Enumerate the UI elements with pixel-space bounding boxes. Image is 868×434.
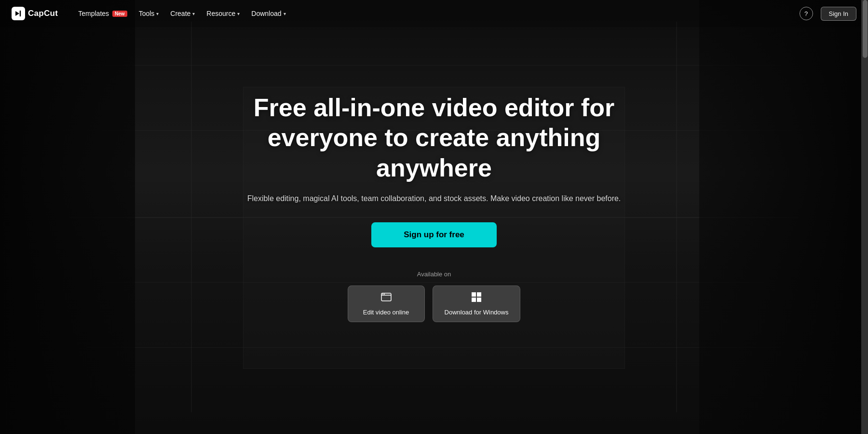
platform-buttons: Edit video online Download for Windows xyxy=(227,285,641,322)
navbar: CapCut Templates New Tools ▾ Create ▾ Re… xyxy=(0,0,868,27)
svg-rect-9 xyxy=(477,298,481,302)
nav-item-create[interactable]: Create ▾ xyxy=(165,7,200,20)
nav-label-templates: Templates xyxy=(78,10,109,17)
question-mark-icon: ? xyxy=(804,10,808,17)
nav-label-resource: Resource xyxy=(206,10,235,17)
available-on-text: Available on xyxy=(227,271,641,278)
signin-button[interactable]: Sign In xyxy=(821,7,856,21)
nav-item-tools[interactable]: Tools ▾ xyxy=(134,7,164,20)
platform-button-windows[interactable]: Download for Windows xyxy=(433,285,521,322)
svg-point-5 xyxy=(384,294,385,295)
svg-point-4 xyxy=(382,294,383,295)
available-on-label: Available on Edit video online xyxy=(227,271,641,322)
nav-label-tools: Tools xyxy=(139,10,155,17)
nav-label-download: Download xyxy=(251,10,281,17)
nav-item-resource[interactable]: Resource ▾ xyxy=(202,7,244,20)
windows-icon xyxy=(471,292,482,305)
logo[interactable]: CapCut xyxy=(12,7,58,20)
nav-item-templates[interactable]: Templates New xyxy=(73,7,132,20)
platform-label-windows: Download for Windows xyxy=(445,309,509,316)
scroll-thumb[interactable] xyxy=(863,0,868,58)
svg-rect-7 xyxy=(477,292,481,297)
signup-button[interactable]: Sign up for free xyxy=(371,222,497,247)
browser-icon xyxy=(381,292,392,305)
hero-subtitle: Flexible editing, magical AI tools, team… xyxy=(227,192,641,205)
chevron-down-icon: ▾ xyxy=(237,11,240,16)
platform-label-web: Edit video online xyxy=(363,309,409,316)
hero-content: Free all-in-one video editor for everyon… xyxy=(227,93,641,322)
chevron-down-icon: ▾ xyxy=(156,11,159,16)
nav-right: ? Sign In xyxy=(800,7,856,21)
hero-title: Free all-in-one video editor for everyon… xyxy=(227,93,641,183)
scrollbar[interactable] xyxy=(861,0,868,434)
capcut-logo-icon xyxy=(12,7,25,20)
nav-label-create: Create xyxy=(170,10,190,17)
chevron-down-icon: ▾ xyxy=(192,11,195,16)
svg-rect-6 xyxy=(472,292,476,297)
help-button[interactable]: ? xyxy=(800,7,813,20)
nav-item-download[interactable]: Download ▾ xyxy=(246,7,290,20)
logo-text: CapCut xyxy=(28,9,58,18)
nav-items: Templates New Tools ▾ Create ▾ Resource … xyxy=(73,7,799,20)
new-badge: New xyxy=(112,11,127,17)
chevron-down-icon: ▾ xyxy=(284,11,286,16)
platform-button-web[interactable]: Edit video online xyxy=(348,285,425,322)
svg-rect-8 xyxy=(472,298,476,302)
